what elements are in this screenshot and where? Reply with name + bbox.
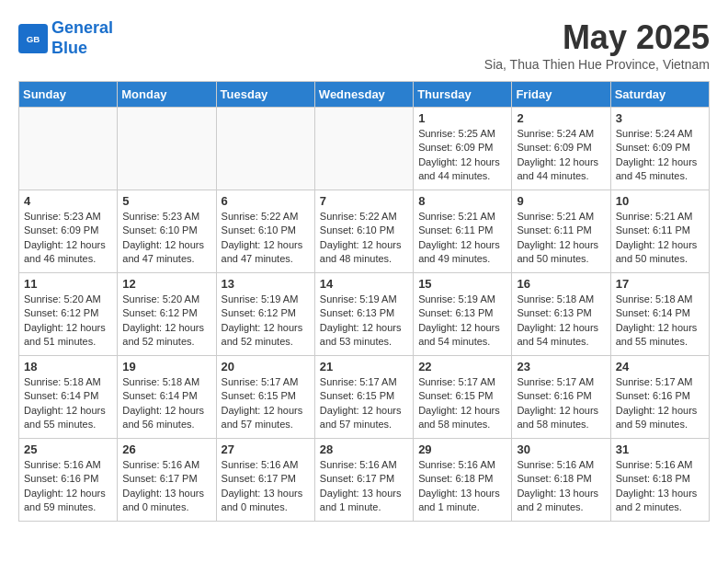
day-number: 14 (320, 277, 408, 291)
calendar-cell: 12Sunrise: 5:20 AM Sunset: 6:12 PM Dayli… (118, 273, 216, 356)
day-number: 10 (616, 194, 704, 208)
day-info: Sunrise: 5:18 AM Sunset: 6:13 PM Dayligh… (517, 293, 605, 350)
day-info: Sunrise: 5:17 AM Sunset: 6:16 PM Dayligh… (517, 375, 605, 432)
day-info: Sunrise: 5:20 AM Sunset: 6:12 PM Dayligh… (24, 293, 112, 350)
day-number: 20 (222, 360, 310, 373)
day-info: Sunrise: 5:18 AM Sunset: 6:14 PM Dayligh… (24, 375, 112, 432)
day-info: Sunrise: 5:17 AM Sunset: 6:15 PM Dayligh… (418, 375, 506, 432)
calendar-cell (118, 108, 216, 190)
day-info: Sunrise: 5:16 AM Sunset: 6:18 PM Dayligh… (517, 458, 605, 515)
calendar-cell: 7Sunrise: 5:22 AM Sunset: 6:10 PM Daylig… (314, 190, 413, 273)
calendar-week-3: 11Sunrise: 5:20 AM Sunset: 6:12 PM Dayli… (19, 273, 710, 356)
calendar-cell: 9Sunrise: 5:21 AM Sunset: 6:11 PM Daylig… (512, 190, 610, 273)
calendar-cell: 1Sunrise: 5:25 AM Sunset: 6:09 PM Daylig… (414, 108, 512, 190)
day-info: Sunrise: 5:24 AM Sunset: 6:09 PM Dayligh… (616, 127, 704, 184)
calendar-header-row: SundayMondayTuesdayWednesdayThursdayFrid… (19, 82, 710, 108)
logo-text: General Blue (51, 18, 113, 58)
day-number: 8 (418, 194, 506, 208)
day-number: 13 (222, 277, 310, 291)
month-title: May 2025 (484, 18, 710, 57)
day-number: 9 (517, 194, 605, 208)
calendar-cell: 25Sunrise: 5:16 AM Sunset: 6:16 PM Dayli… (19, 439, 118, 522)
day-info: Sunrise: 5:22 AM Sunset: 6:10 PM Dayligh… (320, 210, 408, 267)
calendar-cell: 6Sunrise: 5:22 AM Sunset: 6:10 PM Daylig… (216, 190, 314, 273)
calendar-cell (314, 108, 413, 190)
page-header: GB General Blue May 2025 Sia, Thua Thien… (18, 18, 710, 72)
day-number: 4 (24, 194, 112, 208)
calendar-cell: 28Sunrise: 5:16 AM Sunset: 6:17 PM Dayli… (314, 439, 413, 522)
weekday-header-sunday: Sunday (19, 82, 118, 108)
day-info: Sunrise: 5:19 AM Sunset: 6:13 PM Dayligh… (320, 293, 408, 350)
day-info: Sunrise: 5:21 AM Sunset: 6:11 PM Dayligh… (418, 210, 506, 267)
calendar-cell: 22Sunrise: 5:17 AM Sunset: 6:15 PM Dayli… (414, 356, 512, 439)
calendar-cell: 15Sunrise: 5:19 AM Sunset: 6:13 PM Dayli… (414, 273, 512, 356)
calendar-cell: 23Sunrise: 5:17 AM Sunset: 6:16 PM Dayli… (512, 356, 610, 439)
calendar-cell: 29Sunrise: 5:16 AM Sunset: 6:18 PM Dayli… (414, 439, 512, 522)
day-number: 6 (222, 194, 310, 208)
weekday-header-thursday: Thursday (414, 82, 512, 108)
day-number: 24 (616, 360, 704, 373)
calendar-cell: 8Sunrise: 5:21 AM Sunset: 6:11 PM Daylig… (414, 190, 512, 273)
calendar-cell: 27Sunrise: 5:16 AM Sunset: 6:17 PM Dayli… (216, 439, 314, 522)
calendar-cell: 24Sunrise: 5:17 AM Sunset: 6:16 PM Dayli… (610, 356, 709, 439)
day-number: 12 (122, 277, 210, 291)
day-info: Sunrise: 5:22 AM Sunset: 6:10 PM Dayligh… (222, 210, 310, 267)
title-block: May 2025 Sia, Thua Thien Hue Province, V… (484, 18, 710, 72)
calendar-cell: 20Sunrise: 5:17 AM Sunset: 6:15 PM Dayli… (216, 356, 314, 439)
day-info: Sunrise: 5:16 AM Sunset: 6:17 PM Dayligh… (222, 458, 310, 515)
day-info: Sunrise: 5:16 AM Sunset: 6:16 PM Dayligh… (24, 458, 112, 515)
weekday-header-wednesday: Wednesday (314, 82, 413, 108)
calendar-week-5: 25Sunrise: 5:16 AM Sunset: 6:16 PM Dayli… (19, 439, 710, 522)
location: Sia, Thua Thien Hue Province, Vietnam (484, 57, 710, 72)
calendar-cell: 10Sunrise: 5:21 AM Sunset: 6:11 PM Dayli… (610, 190, 709, 273)
calendar-cell: 17Sunrise: 5:18 AM Sunset: 6:14 PM Dayli… (610, 273, 709, 356)
day-number: 26 (122, 442, 210, 456)
calendar-cell: 13Sunrise: 5:19 AM Sunset: 6:12 PM Dayli… (216, 273, 314, 356)
day-number: 18 (24, 360, 112, 373)
day-info: Sunrise: 5:23 AM Sunset: 6:10 PM Dayligh… (122, 210, 210, 267)
day-number: 25 (24, 442, 112, 456)
svg-text:GB: GB (27, 33, 40, 43)
day-info: Sunrise: 5:19 AM Sunset: 6:13 PM Dayligh… (418, 293, 506, 350)
day-number: 27 (222, 442, 310, 456)
weekday-header-monday: Monday (118, 82, 216, 108)
calendar-cell: 3Sunrise: 5:24 AM Sunset: 6:09 PM Daylig… (610, 108, 709, 190)
day-number: 2 (517, 111, 605, 125)
day-number: 28 (320, 442, 408, 456)
calendar-cell: 2Sunrise: 5:24 AM Sunset: 6:09 PM Daylig… (512, 108, 610, 190)
calendar-cell: 4Sunrise: 5:23 AM Sunset: 6:09 PM Daylig… (19, 190, 118, 273)
calendar-cell: 14Sunrise: 5:19 AM Sunset: 6:13 PM Dayli… (314, 273, 413, 356)
day-info: Sunrise: 5:17 AM Sunset: 6:16 PM Dayligh… (616, 375, 704, 432)
day-number: 11 (24, 277, 112, 291)
day-info: Sunrise: 5:16 AM Sunset: 6:17 PM Dayligh… (122, 458, 210, 515)
calendar-table: SundayMondayTuesdayWednesdayThursdayFrid… (18, 81, 710, 522)
day-number: 1 (418, 111, 506, 125)
calendar-week-1: 1Sunrise: 5:25 AM Sunset: 6:09 PM Daylig… (19, 108, 710, 190)
weekday-header-friday: Friday (512, 82, 610, 108)
calendar-cell: 30Sunrise: 5:16 AM Sunset: 6:18 PM Dayli… (512, 439, 610, 522)
day-info: Sunrise: 5:23 AM Sunset: 6:09 PM Dayligh… (24, 210, 112, 267)
calendar-cell: 19Sunrise: 5:18 AM Sunset: 6:14 PM Dayli… (118, 356, 216, 439)
calendar-cell (19, 108, 118, 190)
day-number: 15 (418, 277, 506, 291)
calendar-cell: 21Sunrise: 5:17 AM Sunset: 6:15 PM Dayli… (314, 356, 413, 439)
day-info: Sunrise: 5:20 AM Sunset: 6:12 PM Dayligh… (122, 293, 210, 350)
day-info: Sunrise: 5:25 AM Sunset: 6:09 PM Dayligh… (418, 127, 506, 184)
day-info: Sunrise: 5:21 AM Sunset: 6:11 PM Dayligh… (517, 210, 605, 267)
day-number: 16 (517, 277, 605, 291)
day-info: Sunrise: 5:18 AM Sunset: 6:14 PM Dayligh… (616, 293, 704, 350)
day-number: 17 (616, 277, 704, 291)
day-info: Sunrise: 5:18 AM Sunset: 6:14 PM Dayligh… (122, 375, 210, 432)
day-number: 3 (616, 111, 704, 125)
day-info: Sunrise: 5:17 AM Sunset: 6:15 PM Dayligh… (222, 375, 310, 432)
day-info: Sunrise: 5:16 AM Sunset: 6:17 PM Dayligh… (320, 458, 408, 515)
logo: GB General Blue (18, 18, 113, 58)
calendar-cell: 31Sunrise: 5:16 AM Sunset: 6:18 PM Dayli… (610, 439, 709, 522)
day-number: 5 (122, 194, 210, 208)
calendar-cell: 26Sunrise: 5:16 AM Sunset: 6:17 PM Dayli… (118, 439, 216, 522)
day-info: Sunrise: 5:16 AM Sunset: 6:18 PM Dayligh… (418, 458, 506, 515)
day-number: 29 (418, 442, 506, 456)
day-number: 21 (320, 360, 408, 373)
calendar-cell (216, 108, 314, 190)
calendar-week-2: 4Sunrise: 5:23 AM Sunset: 6:09 PM Daylig… (19, 190, 710, 273)
